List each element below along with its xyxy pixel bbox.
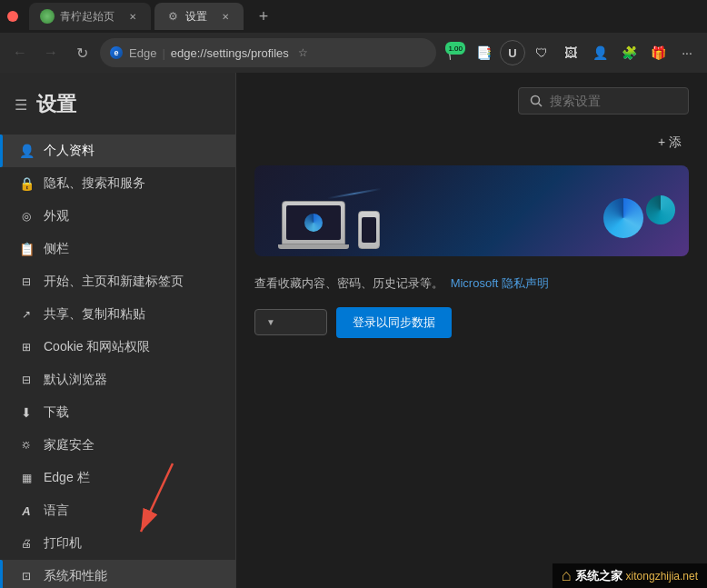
sidebar: ☰ 设置 👤 个人资料 🔒 隐私、搜索和服务 ◎ 外观: [0, 73, 236, 588]
image-search-icon[interactable]: 🖼: [558, 40, 583, 65]
sidebar-item-download[interactable]: ⬇ 下载: [0, 396, 235, 429]
svg-line-1: [539, 104, 543, 107]
add-account-button[interactable]: + 添: [651, 129, 689, 156]
sidebar-title: 设置: [36, 91, 76, 118]
address-actions: ☆: [294, 44, 313, 62]
menu-icon[interactable]: ☰: [15, 96, 27, 114]
tab-close-1[interactable]: ✕: [125, 9, 140, 24]
main-content: + 添: [236, 73, 707, 588]
sidebar-item-start[interactable]: ⊟ 开始、主页和新建标签页: [0, 265, 235, 298]
appearance-icon: ◎: [18, 208, 35, 224]
sidebar-item-label-appearance: 外观: [44, 208, 69, 224]
sidebar-item-family[interactable]: ⛭ 家庭安全: [0, 429, 235, 462]
shield-icon[interactable]: 🛡: [529, 40, 554, 65]
search-icon: [530, 95, 543, 107]
collections-icon[interactable]: 📑: [471, 40, 496, 65]
new-tab-button[interactable]: +: [251, 4, 276, 29]
search-input[interactable]: [550, 94, 677, 108]
sidebar-item-system[interactable]: ⊡ 系统和性能: [0, 560, 235, 588]
search-box[interactable]: [518, 87, 689, 115]
sidebar-item-privacy[interactable]: 🔒 隐私、搜索和服务: [0, 167, 235, 200]
sidebar-item-edge-bar[interactable]: ▦ Edge 栏: [0, 462, 235, 494]
tab-favicon-gear: ⚙: [165, 9, 180, 24]
sidebar-items-list: 👤 个人资料 🔒 隐私、搜索和服务 ◎ 外观 📋 侧栏: [0, 127, 235, 588]
sidebar-item-share[interactable]: ↗ 共享、复制和粘贴: [0, 298, 235, 331]
privacy-icon: 🔒: [18, 175, 35, 192]
watermark-logo: ⌂: [562, 566, 572, 585]
sidebar-item-default-browser[interactable]: ⊟ 默认浏览器: [0, 364, 235, 396]
main-layout: ☰ 设置 👤 个人资料 🔒 隐私、搜索和服务 ◎ 外观: [0, 73, 707, 588]
toolbar-icons: 🚩 1.00 📑 U 🛡 🖼 👤 🧩 🎁 ···: [442, 40, 700, 65]
forward-button[interactable]: →: [38, 40, 64, 65]
sidebar-item-label-download: 下载: [44, 404, 69, 421]
sync-description-text: 查看收藏内容、密码、历史记录等。: [254, 276, 443, 290]
privacy-link[interactable]: Microsoft 隐私声明: [451, 276, 549, 290]
sidebar-item-printer[interactable]: 🖨 打印机: [0, 527, 235, 560]
sidebar-item-personal[interactable]: 👤 个人资料: [0, 135, 235, 167]
nav-bar: ← → ↻ e Edge | edge://settings/profiles …: [0, 33, 707, 73]
flag-icon[interactable]: 🚩 1.00: [442, 40, 467, 65]
profile-section: 查看收藏内容、密码、历史记录等。 Microsoft 隐私声明 ▼ 登录以同步数…: [236, 165, 707, 356]
sync-button[interactable]: 登录以同步数据: [336, 307, 452, 338]
sidebar-item-cookies[interactable]: ⊞ Cookie 和网站权限: [0, 331, 235, 364]
account-dropdown[interactable]: ▼: [254, 309, 327, 335]
edge-bar-icon: ▦: [18, 470, 35, 486]
sidebar-item-label-share: 共享、复制和粘贴: [44, 306, 145, 323]
sidebar-item-label-personal: 个人资料: [44, 143, 95, 159]
tab-settings[interactable]: ⚙ 设置 ✕: [154, 3, 244, 30]
watermark-text: 系统之家: [575, 568, 622, 584]
sidebar-item-label-printer: 打印机: [44, 535, 82, 552]
watermark-site: xitongzhijia.net: [626, 570, 698, 583]
sidebar-item-sidebar[interactable]: 📋 侧栏: [0, 233, 235, 265]
start-icon: ⊟: [18, 274, 35, 290]
default-browser-icon: ⊟: [18, 372, 35, 388]
sidebar-item-appearance[interactable]: ◎ 外观: [0, 200, 235, 233]
svg-point-0: [532, 96, 540, 105]
family-icon: ⛭: [18, 437, 35, 453]
dropdown-arrow: ▼: [266, 317, 275, 327]
system-icon: ⊡: [18, 568, 35, 584]
language-icon: A: [18, 503, 35, 519]
address-edge-label: Edge: [129, 46, 156, 60]
refresh-button[interactable]: ↻: [69, 40, 95, 65]
sidebar-header: ☰ 设置: [0, 73, 235, 127]
profile-icon[interactable]: 👤: [587, 40, 612, 65]
watermark: ⌂ 系统之家 xitongzhijia.net: [553, 563, 707, 588]
tab-favicon-green: [40, 9, 55, 24]
address-separator: |: [162, 46, 164, 60]
profile-banner: [254, 165, 689, 256]
tab-bar: 青柠起始页 ✕ ⚙ 设置 ✕ +: [0, 0, 707, 33]
gift-icon[interactable]: 🎁: [645, 40, 671, 65]
extensions-icon[interactable]: 🧩: [616, 40, 642, 65]
tab-close-2[interactable]: ✕: [218, 9, 233, 24]
sidebar-item-label-cookies: Cookie 和网站权限: [44, 339, 150, 355]
window-control-close[interactable]: [7, 11, 18, 22]
sidebar-item-label-family: 家庭安全: [44, 437, 95, 453]
browser-essentials-icon[interactable]: U: [500, 40, 525, 65]
address-url: edge://settings/profiles: [171, 46, 289, 60]
sync-row: ▼ 登录以同步数据: [254, 307, 689, 338]
download-icon: ⬇: [18, 404, 35, 421]
share-icon: ↗: [18, 306, 35, 323]
sidebar-item-label-privacy: 隐私、搜索和服务: [44, 175, 145, 192]
personal-icon: 👤: [18, 143, 35, 159]
sidebar-item-label-system: 系统和性能: [44, 568, 107, 584]
back-button[interactable]: ←: [7, 40, 33, 65]
sidebar-item-label-language: 语言: [44, 503, 69, 519]
content-header: [236, 73, 707, 129]
badge-count: 1.00: [445, 42, 465, 55]
cookies-icon: ⊞: [18, 339, 35, 355]
settings-icon[interactable]: ···: [674, 40, 700, 65]
tab-title-1: 青柠起始页: [60, 9, 115, 25]
sidebar-item-label-edge-bar: Edge 栏: [44, 470, 90, 486]
sidebar-item-label-default: 默认浏览器: [44, 372, 107, 388]
sidebar-icon: 📋: [18, 241, 35, 257]
add-account-label: + 添: [658, 135, 682, 151]
bookmark-icon[interactable]: ☆: [294, 44, 313, 62]
tab-qingning[interactable]: 青柠起始页 ✕: [29, 3, 151, 30]
edge-favicon-icon: e: [109, 45, 124, 60]
address-bar[interactable]: e Edge | edge://settings/profiles ☆: [100, 38, 436, 67]
sidebar-item-label-sidebar: 侧栏: [44, 241, 69, 257]
printer-icon: 🖨: [18, 535, 35, 552]
sidebar-item-language[interactable]: A 语言: [0, 494, 235, 527]
